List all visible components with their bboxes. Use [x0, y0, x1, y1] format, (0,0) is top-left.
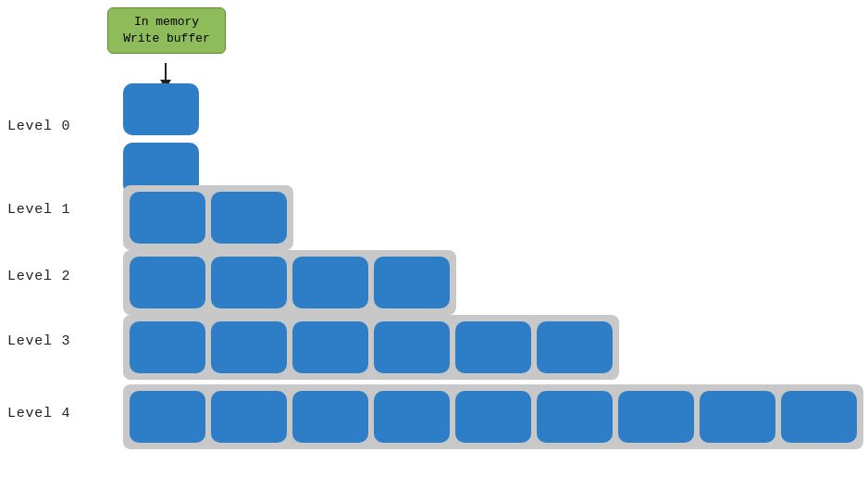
level4-block [781, 391, 857, 443]
level3-block [455, 321, 531, 373]
level1-container [123, 185, 293, 250]
level4-block [211, 391, 287, 443]
write-buffer-label: In memoryWrite buffer [107, 7, 226, 54]
lsm-tree-diagram: In memoryWrite buffer Level 0 Level 1 Le… [0, 0, 868, 490]
level0-label: Level 0 [7, 119, 70, 134]
level4-block [374, 391, 450, 443]
level4-label: Level 4 [7, 406, 70, 421]
level2-block [211, 257, 287, 308]
level2-block [292, 257, 368, 308]
level3-block [292, 321, 368, 373]
level3-block [537, 321, 613, 373]
level2-block [374, 257, 450, 308]
level2-container [123, 250, 456, 315]
level4-block [455, 391, 531, 443]
level0-block-1 [123, 83, 199, 135]
level3-block [211, 321, 287, 373]
level4-block [618, 391, 694, 443]
level4-block [700, 391, 775, 443]
level2-block [130, 257, 205, 308]
level3-container [123, 315, 619, 380]
level2-label: Level 2 [7, 269, 70, 284]
level1-block [130, 192, 205, 244]
level4-container [123, 384, 863, 449]
level3-label: Level 3 [7, 333, 70, 349]
level3-block [374, 321, 450, 373]
level4-block [292, 391, 368, 443]
level1-label: Level 1 [7, 202, 70, 218]
level3-block [130, 321, 205, 373]
level4-block [537, 391, 613, 443]
level1-block [211, 192, 287, 244]
level4-block [130, 391, 205, 443]
